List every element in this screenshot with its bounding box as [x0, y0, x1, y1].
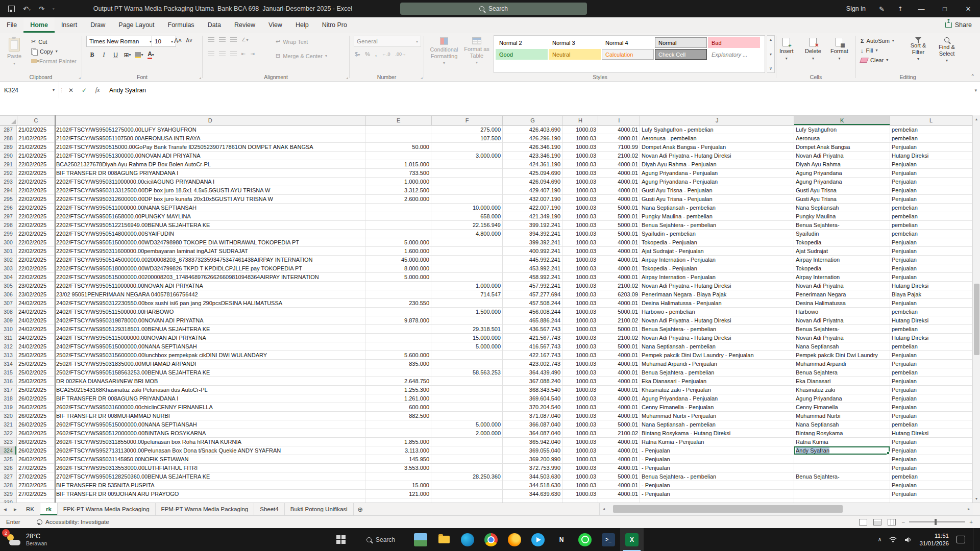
grid-cell[interactable]: 24/02/2025 [17, 299, 55, 308]
grid-cell[interactable]: 1000.03 [562, 299, 598, 308]
grid-cell[interactable]: Muhammad Arpandi [794, 360, 890, 368]
grid-cell[interactable]: 27/02/2025 [17, 464, 55, 472]
sign-in-button[interactable]: Sign in [840, 0, 872, 17]
row-header-325[interactable]: 325 [0, 455, 17, 464]
font-size-combo[interactable]: 10▾ [152, 36, 176, 47]
grid-cell[interactable]: 371.087.040 [503, 412, 562, 420]
grid-cell[interactable]: Novan Adi Priyatna - Hutang Direksi [640, 282, 794, 290]
grid-cell[interactable]: Syaifudin - pembelian [640, 230, 794, 238]
grid-cell[interactable] [794, 464, 890, 472]
grid-cell[interactable]: Benua Sejahtera- [794, 221, 890, 230]
grid-cell[interactable]: Muhammad Nurbi - Penjualan [640, 412, 794, 420]
ribbon-tab-help[interactable]: Help [289, 17, 315, 33]
grid-cell[interactable]: 1000.03 [562, 455, 598, 464]
grid-cell[interactable]: 465.886.244 [503, 316, 562, 325]
grid-cell[interactable]: pembelian [890, 325, 972, 334]
grid-cell[interactable]: 22/02/2025 [17, 169, 55, 178]
grid-cell[interactable]: 26/02/2025 [17, 438, 55, 446]
grid-cell[interactable] [431, 360, 503, 368]
grid-cell[interactable]: 2100.02 [598, 152, 640, 160]
grid-cell[interactable] [431, 377, 503, 386]
grid-cell[interactable]: 2202/FTSCY/WS950514800000.00SYAIFUDIN [55, 230, 365, 238]
grid-cell[interactable]: 6203.09 [598, 290, 640, 299]
grid-cell[interactable] [431, 238, 503, 247]
grid-cell[interactable]: 22/02/2025 [17, 256, 55, 264]
grid-cell[interactable] [431, 169, 503, 178]
column-header-G[interactable]: G [503, 116, 562, 125]
grid-cell[interactable]: 22/02/2025 [17, 212, 55, 221]
grid-cell[interactable]: 457.992.241 [503, 282, 562, 290]
grid-cell[interactable]: 4000.01 [598, 446, 640, 455]
grid-cell[interactable]: 2502/FTSCY/WS95031835000.00MUHAMAD ARPAN… [55, 360, 365, 368]
grid-cell[interactable]: Lufy Syahgufron - pembelian [640, 126, 794, 134]
grid-cell[interactable]: 882.500 [365, 412, 431, 420]
grid-cell[interactable]: 2202/FTSCY/WS9505122156949.00BENUA SEJAH… [55, 221, 365, 230]
grid-cell[interactable]: 416.567.743 [503, 342, 562, 351]
grid-cell[interactable]: 2202/FTSCY/WS950515000000.00200008203_17… [55, 273, 365, 282]
grid-cell[interactable]: 107.500 [431, 134, 503, 143]
grid-cell[interactable]: pembelian [890, 230, 972, 238]
grid-cell[interactable]: 364.087.040 [503, 429, 562, 438]
grid-cell[interactable]: Gusti Ayu Trisna - Penjualan [640, 195, 794, 204]
grid-cell[interactable]: Dompet Anak Bangsa - Penjualan [640, 143, 794, 152]
grid-cell[interactable]: Agung Priyandana [794, 178, 890, 186]
grid-cell[interactable]: 2.600.000 [365, 195, 431, 204]
grid-cell[interactable]: 1000.03 [562, 273, 598, 282]
cell-style-chip[interactable]: Bad [708, 37, 760, 48]
grid-cell[interactable] [794, 490, 890, 498]
grid-cell[interactable]: 1.015.000 [365, 160, 431, 169]
grid-cell[interactable]: 1000.03 [562, 238, 598, 247]
grid-cell[interactable]: 24/02/2025 [17, 308, 55, 316]
grid-cell[interactable]: 5.000.000 [431, 342, 503, 351]
cell-style-chip[interactable]: Calculation [602, 49, 654, 60]
grid-cell[interactable]: Bintang Rosykama [794, 429, 890, 438]
gallery-up-icon[interactable]: ▴ [770, 37, 772, 42]
row-header-307[interactable]: 307 [0, 299, 17, 308]
autosum-button[interactable]: ΣAutoSum▾ [859, 36, 896, 45]
grid-cell[interactable]: 423.002.743 [503, 360, 562, 368]
grid-cell[interactable]: Benua Sejahtera [794, 368, 890, 377]
grid-cell[interactable] [890, 498, 972, 503]
grid-cell[interactable]: 4000.01 [598, 264, 640, 273]
grid-cell[interactable] [365, 290, 431, 299]
scroll-left-icon[interactable]: ◂ [600, 507, 608, 511]
grid-cell[interactable]: Penjualan [890, 273, 972, 282]
row-header-308[interactable]: 308 [0, 308, 17, 316]
grid-cell[interactable]: 4000.01 [598, 195, 640, 204]
grid-cell[interactable]: 2202/FTSCY/WS95051658000.00PUNGKY MAYLIN… [55, 212, 365, 221]
grid-cell[interactable]: 1000.03 [562, 308, 598, 316]
grid-cell[interactable]: 426.403.690 [503, 126, 562, 134]
grid-cell[interactable]: 2202/FTSCY/WS9505145000000.00200008203_6… [55, 256, 365, 264]
grid-cell[interactable]: 1.000.000 [365, 178, 431, 186]
grid-cell[interactable]: 370.204.540 [503, 403, 562, 412]
grid-cell[interactable]: 4000.01 [598, 256, 640, 264]
grid-cell[interactable]: 22/02/2025 [17, 160, 55, 169]
font-name-combo[interactable]: Times New Roman▾ [86, 36, 155, 47]
grid-cell[interactable] [640, 498, 794, 503]
grid-cell[interactable]: 658.000 [431, 212, 503, 221]
grid-cell[interactable]: 5000.01 [598, 204, 640, 212]
grid-cell[interactable] [365, 498, 431, 503]
row-header-292[interactable]: 292 [0, 169, 17, 178]
cut-button[interactable]: ✂Cut [30, 37, 78, 46]
grid-cell[interactable]: pembelian [890, 204, 972, 212]
taskbar-nitro-pdf-icon[interactable]: N [550, 528, 573, 551]
grid-cell[interactable] [365, 334, 431, 342]
alignment-dialog-launcher-icon[interactable]: ⌟ [346, 74, 348, 80]
grid-cell[interactable]: Muhamad Arpandi - Penjualan [640, 360, 794, 368]
grid-cell[interactable]: pembelian [890, 420, 972, 429]
cell-style-chip[interactable]: Normal [655, 37, 707, 48]
grid-cell[interactable] [365, 429, 431, 438]
grid-cell[interactable]: Cenny Fimanella - Penjualan [640, 403, 794, 412]
ribbon-tab-file[interactable]: File [0, 17, 23, 33]
row-header-300[interactable]: 300 [0, 238, 17, 247]
row-header-287[interactable]: 287 [0, 126, 17, 134]
grid-cell[interactable]: 399.392.241 [503, 238, 562, 247]
align-middle-icon[interactable] [219, 37, 226, 42]
grid-cell[interactable]: 600.000 [365, 403, 431, 412]
taskbar-photos-icon[interactable] [409, 528, 432, 551]
grid-cell[interactable]: 1000.03 [562, 160, 598, 169]
vertical-scrollbar[interactable]: ▴ ▾ [972, 115, 980, 503]
align-center-icon[interactable] [219, 52, 226, 57]
sheet-tab-rk[interactable]: rk [40, 503, 58, 515]
